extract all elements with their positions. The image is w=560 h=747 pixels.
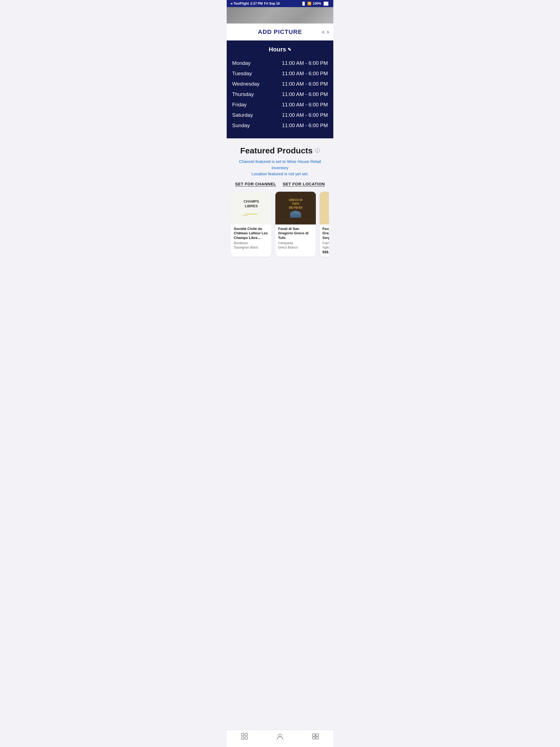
hours-row: Thursday 11:00 AM - 6:00 PM xyxy=(232,89,328,100)
day-name: Monday xyxy=(232,60,251,66)
day-name: Friday xyxy=(232,102,247,108)
status-left: ◂ TestFlight 2:27 PM Fri Sep 16 xyxy=(230,2,280,5)
status-bar: ◂ TestFlight 2:27 PM Fri Sep 16 ▐▌ 🛜 100… xyxy=(227,0,333,7)
hours-edit-icon[interactable]: ✎ xyxy=(288,47,291,52)
hours-row: Monday 11:00 AM - 6:00 PM xyxy=(232,58,328,68)
product-region-3: Campania xyxy=(322,241,329,245)
day-name: Saturday xyxy=(232,112,253,118)
time-label: 2:27 PM xyxy=(250,2,262,5)
product-image-3: SERPICO®FEUDI DISAN xyxy=(320,192,329,225)
day-hours: 11:00 AM - 6:00 PM xyxy=(282,112,328,118)
product-card-2[interactable]: GRECO DITUFODEI FEUDI Feudi di San Grego… xyxy=(275,192,316,257)
back-arrow: ◂ xyxy=(230,2,232,5)
hours-title: Hours ✎ xyxy=(232,46,328,53)
next-button[interactable]: › xyxy=(327,28,329,35)
nav-arrows: ‹ › xyxy=(322,28,329,35)
product-info-3: Feudi di San Gregorio Irpinia Serpico Ca… xyxy=(320,225,329,257)
product-name-1: Société Civile du Château Lafleur Les Ch… xyxy=(234,227,269,241)
prev-button[interactable]: ‹ xyxy=(322,28,324,35)
featured-title: Featured Products xyxy=(240,146,312,155)
featured-actions: SET FOR CHANNEL SET FOR LOCATION xyxy=(231,182,329,186)
product-grape-1: Sauvignon Blanc xyxy=(234,246,269,249)
hours-row: Sunday 11:00 AM - 6:00 PM xyxy=(232,120,328,131)
wifi-icon: 🛜 xyxy=(307,2,311,5)
day-name: Tuesday xyxy=(232,71,252,77)
battery-icon: ▐█▌ xyxy=(322,2,330,5)
product-region-2: Campania xyxy=(278,241,313,245)
featured-header: Featured Products ⓘ xyxy=(231,146,329,155)
product-card-1[interactable]: CHAMPSLIBRES Société Civile du Château L… xyxy=(231,192,272,257)
day-name: Sunday xyxy=(232,123,250,129)
product-grape-2: Greco Bianco xyxy=(278,246,313,249)
status-right: ▐▌ 🛜 100% ▐█▌ xyxy=(301,2,330,5)
featured-section: Featured Products ⓘ Channel featured is … xyxy=(227,138,333,264)
product-price-3: $$$... xyxy=(322,250,329,254)
product-grape-3: Aglianico xyxy=(322,246,329,249)
signal-icon: ▐▌ xyxy=(301,2,306,5)
day-hours: 11:00 AM - 6:00 PM xyxy=(282,81,328,87)
hours-row: Friday 11:00 AM - 6:00 PM xyxy=(232,100,328,110)
product-info-2: Feudi di San Gregorio Greco di Tufo Camp… xyxy=(275,225,316,252)
product-name-2: Feudi di San Gregorio Greco di Tufo xyxy=(278,227,313,241)
hours-row: Saturday 11:00 AM - 6:00 PM xyxy=(232,110,328,120)
day-name: Wednesday xyxy=(232,81,259,87)
product-card-3[interactable]: SERPICO®FEUDI DISAN Feudi di San Gregori… xyxy=(320,192,329,257)
page-title: ADD PICTURE xyxy=(258,28,302,35)
hours-row: Wednesday 11:00 AM - 6:00 PM xyxy=(232,79,328,89)
products-scroll[interactable]: CHAMPSLIBRES Société Civile du Château L… xyxy=(231,192,329,259)
day-hours: 11:00 AM - 6:00 PM xyxy=(282,102,328,108)
product-info-1: Société Civile du Château Lafleur Les Ch… xyxy=(231,225,272,252)
carrier-label: TestFlight xyxy=(233,2,249,5)
hours-section: Hours ✎ Monday 11:00 AM - 6:00 PM Tuesda… xyxy=(227,41,333,138)
day-hours: 11:00 AM - 6:00 PM xyxy=(282,71,328,77)
set-for-location-button[interactable]: SET FOR LOCATION xyxy=(283,182,325,186)
day-hours: 11:00 AM - 6:00 PM xyxy=(282,91,328,97)
set-for-channel-button[interactable]: SET FOR CHANNEL xyxy=(235,182,276,186)
hours-label: Hours xyxy=(269,46,286,53)
product-image-1: CHAMPSLIBRES xyxy=(231,192,272,225)
day-name: Thursday xyxy=(232,91,254,97)
product-region-1: Bordeaux xyxy=(234,241,269,245)
product-image-2: GRECO DITUFODEI FEUDI xyxy=(275,192,316,225)
hours-row: Tuesday 11:00 AM - 6:00 PM xyxy=(232,68,328,79)
battery-label: 100% xyxy=(313,2,321,5)
info-icon[interactable]: ⓘ xyxy=(315,147,320,154)
day-hours: 11:00 AM - 6:00 PM xyxy=(282,60,328,66)
add-picture-header: ADD PICTURE ‹ › xyxy=(227,24,333,41)
featured-subtitle: Channel featured is set to Wine House Re… xyxy=(231,159,329,177)
product-name-3: Feudi di San Gregorio Irpinia Serpico xyxy=(322,227,329,241)
hero-image xyxy=(227,7,333,24)
date-label: Fri Sep 16 xyxy=(264,2,280,5)
day-hours: 11:00 AM - 6:00 PM xyxy=(282,123,328,129)
